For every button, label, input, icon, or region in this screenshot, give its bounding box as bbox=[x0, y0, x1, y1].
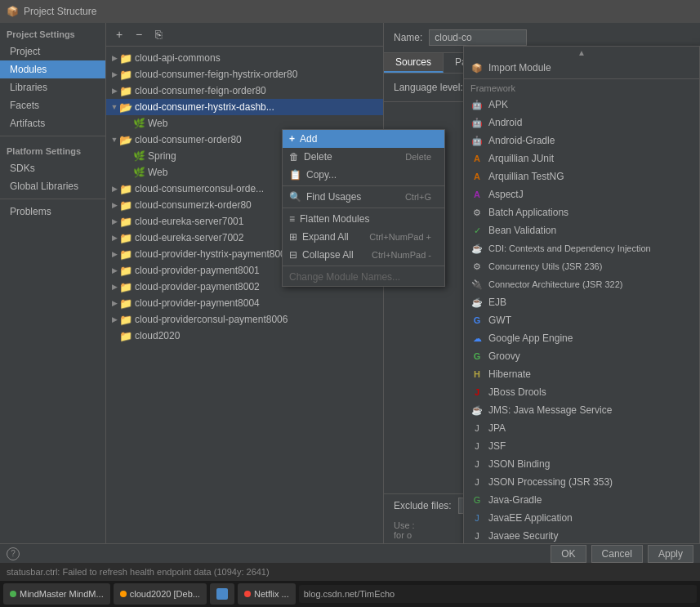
status-bar: statusbar.ctrl: Failed to refresh health… bbox=[0, 563, 700, 581]
folder-icon: 📁 bbox=[119, 329, 132, 342]
add-module-button[interactable]: + bbox=[111, 26, 127, 42]
fw-groovy[interactable]: G Groovy bbox=[464, 347, 699, 365]
url-bar[interactable]: blog.csdn.net/TimEcho bbox=[299, 585, 697, 603]
fw-cdi[interactable]: ☕ CDI: Contexts and Dependency Injection bbox=[464, 239, 699, 257]
remove-module-button[interactable]: − bbox=[131, 26, 147, 42]
web-icon2: 🌿 bbox=[132, 166, 145, 179]
tree-item-cloud-api-commons[interactable]: ▶ 📁 cloud-api-commons bbox=[106, 50, 383, 66]
sidebar-item-artifacts[interactable]: Artifacts bbox=[0, 114, 105, 132]
fw-aspectj[interactable]: A AspectJ bbox=[464, 185, 699, 203]
fw-json-binding[interactable]: J JSON Binding bbox=[464, 455, 699, 473]
taskbar-intellij[interactable] bbox=[210, 583, 234, 605]
fw-arquillian-junit[interactable]: A Arquillian JUnit bbox=[464, 150, 699, 167]
tree-label: cloud-consumerconsul-orde... bbox=[135, 183, 264, 194]
fw-javaee-app-label: JavaEE Application bbox=[488, 512, 573, 524]
fw-android-gradle[interactable]: 🤖 Android-Gradle bbox=[464, 132, 699, 150]
ctx-delete[interactable]: 🗑 Delete Delete bbox=[283, 148, 444, 166]
batch-icon: ⚙ bbox=[470, 206, 484, 219]
tree-label: cloud2020 bbox=[135, 330, 180, 341]
ctx-change-names: Change Module Names... bbox=[283, 268, 444, 286]
apply-button[interactable]: Apply bbox=[648, 545, 693, 563]
fw-concurrency-label: Concurrency Utils (JSR 236) bbox=[488, 261, 602, 271]
fw-apk[interactable]: 🤖 APK bbox=[464, 96, 699, 114]
ctx-add[interactable]: + Add bbox=[283, 130, 444, 148]
fw-batch[interactable]: ⚙ Batch Applications bbox=[464, 203, 699, 221]
fw-ejb[interactable]: ☕ EJB bbox=[464, 293, 699, 311]
fw-json-processing-label: JSON Processing (JSR 353) bbox=[488, 476, 613, 488]
ok-button[interactable]: OK bbox=[551, 545, 586, 563]
fw-json-processing[interactable]: J JSON Processing (JSR 353) bbox=[464, 473, 699, 491]
tree-item-hystrix-dashboard[interactable]: ▼ 📂 cloud-consumer-hystrix-dashb... bbox=[106, 99, 383, 115]
sidebar-item-problems[interactable]: Problems bbox=[0, 203, 105, 221]
delete-icon: 🗑 bbox=[289, 151, 299, 163]
help-button[interactable]: ? bbox=[7, 547, 20, 560]
fw-android[interactable]: 🤖 Android bbox=[464, 114, 699, 132]
tree-arrow bbox=[123, 167, 132, 177]
copy-module-button[interactable]: ⎘ bbox=[150, 26, 167, 42]
taskbar-chrome[interactable]: Netflix ... bbox=[238, 583, 296, 605]
fw-google-app-engine[interactable]: ☁ Google App Engine bbox=[464, 329, 699, 347]
ctx-copy[interactable]: 📋 Copy... bbox=[283, 166, 444, 184]
ctx-collapse-all[interactable]: ⊟ Collapse All Ctrl+NumPad - bbox=[283, 246, 444, 264]
fw-connector[interactable]: 🔌 Connector Architecture (JSR 322) bbox=[464, 275, 699, 293]
tree-arrow: ▶ bbox=[109, 184, 119, 194]
connector-icon: 🔌 bbox=[470, 278, 484, 291]
folder-icon: 📁 bbox=[119, 248, 132, 261]
tree-arrow: ▶ bbox=[109, 266, 119, 275]
taskbar-mindmap[interactable]: MindMaster MindM... bbox=[3, 583, 110, 605]
fw-concurrency[interactable]: ⚙ Concurrency Utils (JSR 236) bbox=[464, 257, 699, 275]
ctx-flatten[interactable]: ≡ Flatten Modules bbox=[283, 210, 444, 228]
folder-icon: 📂 bbox=[119, 133, 132, 146]
tab-sources[interactable]: Sources bbox=[384, 53, 444, 73]
cancel-button[interactable]: Cancel bbox=[591, 545, 643, 563]
ctx-copy-label: Copy... bbox=[306, 169, 337, 181]
fw-arquillian-testng[interactable]: A Arquillian TestNG bbox=[464, 167, 699, 185]
fw-framework-label: Framework bbox=[470, 83, 515, 93]
sidebar-item-libraries[interactable]: Libraries bbox=[0, 78, 105, 96]
aspectj-icon: A bbox=[470, 188, 484, 201]
fw-arquillian-testng-label: Arquillian TestNG bbox=[488, 171, 564, 182]
expand-icon: ⊞ bbox=[289, 231, 297, 243]
fw-gwt[interactable]: G GWT bbox=[464, 311, 699, 329]
fw-bean-validation[interactable]: ✓ Bean Validation bbox=[464, 221, 699, 239]
taskbar: MindMaster MindM... cloud2020 [Deb... Ne… bbox=[0, 581, 700, 607]
concurrency-icon: ⚙ bbox=[470, 260, 484, 273]
fw-jms-label: JMS: Java Message Service bbox=[488, 404, 612, 416]
fw-java-gradle[interactable]: G Java-Gradle bbox=[464, 491, 699, 509]
tree-arrow: ▼ bbox=[109, 102, 119, 112]
fw-import-module[interactable]: 📦 Import Module bbox=[464, 59, 699, 77]
ctx-find-label: Find Usages bbox=[306, 191, 361, 203]
fw-json-binding-label: JSON Binding bbox=[488, 458, 550, 470]
tree-item-consul-payment[interactable]: ▶ 📁 cloud-providerconsul-payment8006 bbox=[106, 311, 383, 328]
spring-icon: 🌿 bbox=[132, 150, 145, 163]
gwt-icon: G bbox=[470, 314, 484, 327]
context-menu: + Add 🗑 Delete Delete 📋 Copy... 🔍 Find U… bbox=[282, 129, 445, 287]
sidebar-item-facets[interactable]: Facets bbox=[0, 96, 105, 114]
fw-jboss[interactable]: J JBoss Drools bbox=[464, 383, 699, 401]
name-label: Name: bbox=[394, 32, 422, 43]
sidebar-item-sdks[interactable]: SDKs bbox=[0, 159, 105, 177]
ctx-find-usages[interactable]: 🔍 Find Usages Ctrl+G bbox=[283, 188, 444, 206]
fw-hibernate[interactable]: H Hibernate bbox=[464, 365, 699, 383]
name-input[interactable] bbox=[429, 29, 527, 46]
ctx-expand-all[interactable]: ⊞ Expand All Ctrl+NumPad + bbox=[283, 228, 444, 246]
tree-item-feign-order80[interactable]: ▶ 📁 cloud-consumer-feign-order80 bbox=[106, 83, 383, 99]
sidebar-item-global-libs[interactable]: Global Libraries bbox=[0, 177, 105, 195]
fw-jpa[interactable]: J JPA bbox=[464, 419, 699, 437]
taskbar-java[interactable]: cloud2020 [Deb... bbox=[114, 583, 207, 605]
sidebar-item-project[interactable]: Project bbox=[0, 42, 105, 60]
tree-item-feign-hystrix[interactable]: ▶ 📁 cloud-consumer-feign-hystrix-order80 bbox=[106, 66, 383, 83]
ejb-icon: ☕ bbox=[470, 296, 484, 309]
fw-jms[interactable]: ☕ JMS: Java Message Service bbox=[464, 401, 699, 419]
sidebar-item-modules[interactable]: Modules bbox=[0, 60, 105, 78]
scroll-up[interactable]: ▲ bbox=[464, 47, 699, 59]
fw-javaee-app[interactable]: J JavaEE Application bbox=[464, 509, 699, 527]
fw-javaee-security[interactable]: J Javaee Security bbox=[464, 527, 699, 543]
tree-item-cloud2020[interactable]: ▶ 📁 cloud2020 bbox=[106, 328, 383, 344]
tree-arrow: ▶ bbox=[109, 315, 119, 324]
tree-label: Web bbox=[148, 118, 167, 129]
fw-jsf[interactable]: J JSF bbox=[464, 437, 699, 455]
fw-arquillian-junit-label: Arquillian JUnit bbox=[488, 153, 554, 164]
tree-item-payment8004[interactable]: ▶ 📁 cloud-provider-payment8004 bbox=[106, 295, 383, 311]
ctx-expand-shortcut: Ctrl+NumPad + bbox=[369, 232, 431, 242]
